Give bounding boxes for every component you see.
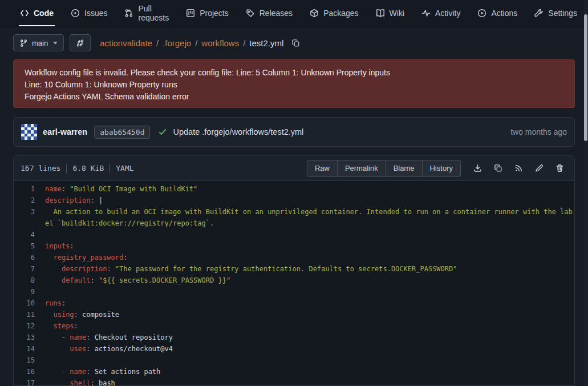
line-number[interactable]: 11: [14, 309, 45, 320]
breadcrumb-segment[interactable]: workflows: [201, 38, 239, 48]
file-info: 167 lines 6.8 KiB YAML: [21, 164, 134, 173]
line-content: [45, 286, 574, 297]
history-button[interactable]: History: [423, 160, 461, 177]
tab-label: Pull requests: [138, 4, 169, 22]
line-content: [45, 229, 574, 240]
line-number[interactable]: 13: [14, 332, 45, 343]
delete-trash-icon[interactable]: [555, 164, 564, 172]
code-icon: [20, 9, 29, 18]
line-number[interactable]: 16: [14, 366, 45, 377]
line-number[interactable]: 12: [14, 320, 45, 332]
scrollbar-thumb[interactable]: [584, 14, 587, 141]
code-line: 1name: "Build OCI Image with BuildKit": [14, 183, 574, 195]
line-number[interactable]: 8: [14, 275, 45, 286]
line-number[interactable]: 1: [14, 183, 45, 195]
code-line: 13 - name: Checkout repository: [14, 332, 574, 343]
line-content: shell: bash: [45, 377, 574, 386]
line-content: registry_password:: [45, 252, 574, 263]
breadcrumb-separator: /: [243, 38, 245, 48]
code-line: 15: [14, 355, 574, 366]
line-content: An action to build an OCI image with Bui…: [45, 206, 574, 229]
tab-label: Wiki: [390, 9, 404, 18]
edit-pencil-icon[interactable]: [535, 164, 544, 172]
download-icon[interactable]: [473, 164, 482, 172]
code-line: 12 steps:: [14, 320, 574, 332]
line-content: - name: Checkout repository: [45, 332, 574, 343]
code-view: 1name: "Build OCI Image with BuildKit"2d…: [14, 181, 574, 386]
commit-hash-badge[interactable]: abab65450d: [94, 126, 150, 139]
raw-button[interactable]: Raw: [307, 160, 338, 177]
line-number[interactable]: 4: [14, 229, 45, 240]
line-number[interactable]: 2: [14, 195, 45, 206]
code-line: 3 An action to build an OCI image with B…: [14, 206, 574, 229]
latest-commit-box: earl-warren abab65450d Update .forgejo/w…: [13, 117, 575, 147]
file-toolbar-icons: [473, 164, 564, 172]
breadcrumb-segment: test2.yml: [249, 38, 283, 48]
line-number[interactable]: 5: [14, 240, 45, 252]
tab-settings[interactable]: Settings: [526, 0, 586, 26]
permalink-button[interactable]: Permalink: [338, 160, 386, 177]
tab-label: Settings: [548, 9, 577, 18]
line-content: description: |: [45, 195, 574, 206]
file-language: YAML: [116, 164, 133, 172]
branch-name: main: [32, 39, 48, 47]
breadcrumb-segment[interactable]: .forgejo: [163, 38, 191, 48]
chevron-down-icon: [53, 42, 58, 45]
tag-icon: [246, 9, 255, 18]
line-number[interactable]: 14: [14, 343, 45, 355]
line-content: steps:: [45, 320, 574, 332]
line-content: default: "${{ secrets.DOCKER_PASSWORD }}…: [45, 275, 574, 286]
code-line: 5inputs:: [14, 240, 574, 252]
commit-author[interactable]: earl-warren: [43, 127, 87, 136]
tab-code[interactable]: Code: [11, 0, 62, 26]
line-content: - name: Set actions path: [45, 366, 574, 377]
line-number[interactable]: 9: [14, 286, 45, 297]
file-header: 167 lines 6.8 KiB YAML Raw Permalink Bla…: [14, 156, 574, 181]
tab-label: Releases: [259, 9, 293, 18]
file-line-count: 167 lines: [21, 164, 60, 172]
tab-releases[interactable]: Releases: [237, 0, 301, 26]
line-number[interactable]: 10: [14, 297, 45, 309]
play-icon: [477, 9, 486, 18]
avatar[interactable]: [21, 124, 37, 140]
line-content: runs:: [45, 297, 574, 309]
line-number[interactable]: 3: [14, 206, 45, 229]
line-number[interactable]: 15: [14, 355, 45, 366]
tab-packages[interactable]: Packages: [301, 0, 367, 26]
scrollbar-track[interactable]: [584, 0, 588, 386]
commit-message[interactable]: Update .forgejo/workflows/test2.yml: [173, 127, 303, 136]
branch-selector[interactable]: main: [13, 34, 64, 51]
tab-wiki[interactable]: Wiki: [367, 0, 413, 26]
tab-label: Activity: [435, 9, 460, 18]
line-content: description: "The password for the regis…: [45, 263, 574, 275]
line-number[interactable]: 6: [14, 252, 45, 263]
tab-activity[interactable]: Activity: [413, 0, 469, 26]
breadcrumb-segment[interactable]: actionvalidate: [100, 38, 152, 48]
rss-feed-icon[interactable]: [514, 164, 523, 172]
line-number[interactable]: 17: [14, 377, 45, 386]
tab-issues[interactable]: Issues: [62, 0, 116, 26]
line-content: inputs:: [45, 240, 574, 252]
blame-button[interactable]: Blame: [386, 160, 423, 177]
code-line: 17 shell: bash: [14, 377, 574, 386]
tab-projects[interactable]: Projects: [177, 0, 237, 26]
tab-label: Code: [34, 9, 54, 18]
tab-label: Packages: [323, 9, 358, 18]
compare-button[interactable]: [70, 34, 91, 51]
code-line: 2description: |: [14, 195, 574, 206]
breadcrumb: actionvalidate/.forgejo/workflows/test2.…: [100, 38, 283, 48]
tab-pull-requests[interactable]: Pull requests: [116, 0, 177, 26]
copy-path-icon[interactable]: [291, 39, 300, 47]
tab-label: Projects: [200, 9, 229, 18]
commit-status-check-icon[interactable]: [158, 127, 167, 136]
copy-content-icon[interactable]: [494, 164, 502, 172]
line-content: [45, 355, 574, 366]
code-line: 9: [14, 286, 574, 297]
tab-label: Issues: [84, 9, 107, 18]
issue-icon: [71, 9, 80, 18]
tab-actions[interactable]: Actions: [469, 0, 526, 26]
line-number[interactable]: 7: [14, 263, 45, 275]
file-size: 6.8 KiB: [72, 164, 104, 172]
alert-line: Line: 10 Column 1: Unknown Property runs: [25, 79, 563, 91]
git-compare-icon: [76, 39, 84, 47]
